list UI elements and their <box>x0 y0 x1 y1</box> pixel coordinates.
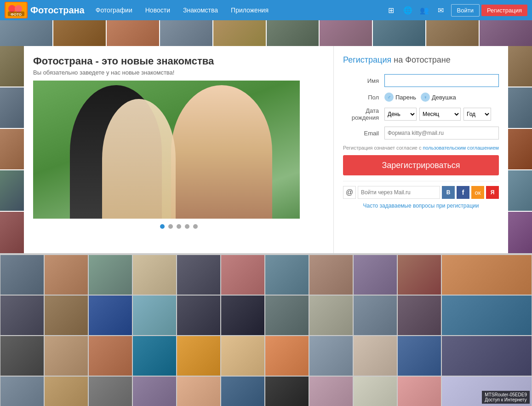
month-select[interactable]: Месяц <box>419 108 461 121</box>
globe-icon[interactable]: 🌐 <box>400 3 415 17</box>
photo-cell[interactable] <box>309 255 353 295</box>
photo-cell[interactable] <box>132 376 177 406</box>
top-photo[interactable] <box>426 20 480 46</box>
photo-cell[interactable] <box>265 255 309 295</box>
photo-cell[interactable] <box>221 336 265 376</box>
top-photos-strip <box>0 20 532 46</box>
photo-cell[interactable] <box>353 255 397 295</box>
sidebar-photo[interactable] <box>508 87 532 129</box>
top-photo[interactable] <box>107 20 160 46</box>
photo-cell[interactable] <box>132 295 177 336</box>
sidebar-photo[interactable] <box>0 87 24 129</box>
gender-male[interactable]: ♂ Парень <box>384 93 416 102</box>
photo-cell[interactable] <box>397 376 441 406</box>
top-photo[interactable] <box>267 20 320 46</box>
photo-cell[interactable] <box>309 376 353 406</box>
photo-cell[interactable] <box>353 295 397 336</box>
photo-cell[interactable] <box>177 255 221 295</box>
name-input[interactable] <box>384 74 499 87</box>
photo-cell[interactable] <box>441 336 532 376</box>
top-photo[interactable] <box>0 20 53 46</box>
at-icon[interactable]: @ <box>343 186 356 199</box>
dob-label: Датарождения <box>343 107 384 121</box>
mail-icon[interactable]: ✉ <box>434 3 448 17</box>
photo-cell[interactable] <box>441 295 532 336</box>
photo-cell[interactable] <box>441 255 532 295</box>
top-photo[interactable] <box>160 20 213 46</box>
dot-5[interactable] <box>193 224 198 229</box>
top-photo[interactable] <box>480 20 532 46</box>
grid-icon[interactable]: ⊞ <box>384 3 399 17</box>
login-button[interactable]: Войти <box>451 4 480 17</box>
photo-cell[interactable] <box>265 295 309 336</box>
sidebar-photo[interactable] <box>508 170 532 212</box>
photo-cell[interactable] <box>177 376 221 406</box>
top-photo[interactable] <box>213 20 267 46</box>
dot-1[interactable] <box>160 224 165 229</box>
photo-cell[interactable] <box>88 336 132 376</box>
day-select[interactable]: День <box>384 108 417 121</box>
dot-4[interactable] <box>185 224 189 229</box>
photo-cell[interactable] <box>88 255 132 295</box>
vk-icon[interactable]: В <box>442 186 455 199</box>
photo-cell[interactable] <box>132 255 177 295</box>
photo-cell[interactable] <box>132 336 177 376</box>
photo-cell[interactable] <box>221 376 265 406</box>
photo-cell[interactable] <box>397 336 441 376</box>
sidebar-photo[interactable] <box>0 46 24 87</box>
dot-2[interactable] <box>168 224 173 229</box>
photo-cell[interactable] <box>177 336 221 376</box>
photo-cell[interactable] <box>353 376 397 406</box>
gender-female[interactable]: ♀ Девушка <box>421 93 456 102</box>
mail-login-input[interactable] <box>358 186 440 199</box>
email-label: Email <box>343 130 384 137</box>
sidebar-photo[interactable] <box>508 46 532 87</box>
photo-cell[interactable] <box>397 295 441 336</box>
photo-cell[interactable] <box>353 336 397 376</box>
photo-cell[interactable] <box>177 295 221 336</box>
top-photo[interactable] <box>373 20 426 46</box>
register-nav-button[interactable]: Регистрация <box>481 5 527 16</box>
nav-apps[interactable]: Приложения <box>224 0 275 20</box>
top-photo[interactable] <box>320 20 373 46</box>
photo-cell[interactable] <box>0 295 44 336</box>
register-button[interactable]: Зарегистрироваться <box>343 155 499 175</box>
photo-cell[interactable] <box>397 255 441 295</box>
user-agreement-link[interactable]: пользовательским соглашением <box>423 145 499 151</box>
faq-link[interactable]: Часто задаваемые вопросы при регистрации <box>363 203 479 209</box>
nav-photos[interactable]: Фотографии <box>89 0 139 20</box>
photo-cell[interactable] <box>0 376 44 406</box>
sidebar-photo[interactable] <box>0 129 24 170</box>
left-sidebar-photos <box>0 46 24 253</box>
photo-cell[interactable] <box>44 255 88 295</box>
sidebar-photo[interactable] <box>0 212 24 253</box>
nav-dating[interactable]: Знакомства <box>177 0 224 20</box>
photo-cell[interactable] <box>309 295 353 336</box>
email-input[interactable] <box>384 127 499 139</box>
male-icon: ♂ <box>384 93 394 102</box>
sidebar-photo[interactable] <box>508 129 532 170</box>
photo-cell[interactable] <box>0 255 44 295</box>
photo-cell[interactable] <box>309 336 353 376</box>
nav-news[interactable]: Новости <box>139 0 177 20</box>
photo-cell[interactable] <box>44 336 88 376</box>
top-photo[interactable] <box>53 20 107 46</box>
sidebar-photo[interactable] <box>0 170 24 212</box>
photo-cell[interactable] <box>221 295 265 336</box>
facebook-icon[interactable]: f <box>457 186 469 199</box>
sidebar-photo[interactable] <box>508 212 532 253</box>
odnoklassniki-icon[interactable]: ок <box>471 186 484 199</box>
logo[interactable]: ФОТО Фотострана <box>5 2 85 18</box>
photo-cell[interactable] <box>44 295 88 336</box>
yandex-icon[interactable]: Я <box>486 186 499 199</box>
photo-cell[interactable] <box>88 376 132 406</box>
photo-cell[interactable] <box>221 255 265 295</box>
people-icon[interactable]: 👥 <box>417 3 432 17</box>
photo-cell[interactable] <box>44 376 88 406</box>
photo-cell[interactable] <box>88 295 132 336</box>
photo-cell[interactable] <box>265 336 309 376</box>
dot-3[interactable] <box>177 224 181 229</box>
photo-cell[interactable] <box>265 376 309 406</box>
year-select[interactable]: Год <box>463 108 491 121</box>
photo-cell[interactable] <box>0 336 44 376</box>
